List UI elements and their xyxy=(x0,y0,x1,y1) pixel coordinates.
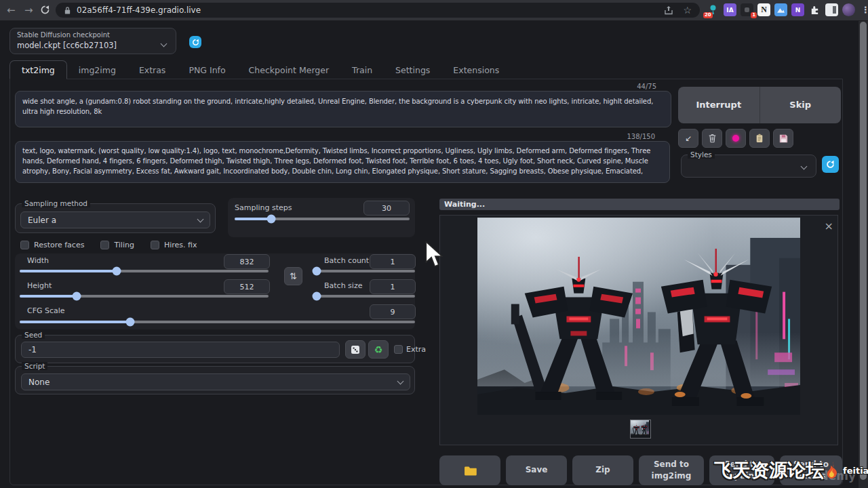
restore-faces-checkbox[interactable] xyxy=(20,241,29,249)
gallery-thumbnail[interactable] xyxy=(630,420,651,439)
script-value: None xyxy=(28,378,50,387)
negative-token-counter: 138/150 xyxy=(627,133,655,140)
sampling-steps-group: Sampling steps 30 xyxy=(228,198,415,237)
clear-prompt-button[interactable] xyxy=(702,129,722,148)
ext-camera-badge: 1 xyxy=(751,12,757,18)
styles-refresh-button[interactable] xyxy=(822,156,839,173)
apply-styles-button[interactable] xyxy=(749,129,770,148)
batch-size-label: Batch size xyxy=(324,281,362,290)
extra-networks-button[interactable] xyxy=(726,129,746,148)
open-folder-button[interactable] xyxy=(439,455,500,485)
paste-params-button[interactable]: ↙ xyxy=(678,129,698,148)
ext-onenote-icon[interactable]: N xyxy=(791,3,804,16)
forward-icon[interactable]: → xyxy=(24,3,33,18)
checkpoint-value: model.ckpt [cc6cb27103] xyxy=(17,41,117,50)
sampling-steps-input[interactable]: 30 xyxy=(363,201,410,216)
zip-button[interactable]: Zip xyxy=(572,455,633,485)
sampling-steps-label: Sampling steps xyxy=(235,203,292,212)
extensions-puzzle-icon[interactable] xyxy=(808,3,821,16)
ext-sidebar-icon[interactable] xyxy=(825,3,838,16)
styles-select[interactable] xyxy=(684,159,813,176)
back-icon[interactable]: ← xyxy=(7,3,16,18)
reuse-seed-button[interactable]: ♻ xyxy=(368,340,389,359)
settings-column: Sampling method Euler a Sampling steps 3… xyxy=(15,198,415,394)
width-input[interactable]: 832 xyxy=(224,254,270,269)
height-slider[interactable] xyxy=(20,295,269,298)
seed-group: Seed -1 ♻ Extra xyxy=(15,335,415,363)
page-scrollbar[interactable] xyxy=(859,20,868,488)
prompt-input[interactable]: wide shot angle, a (gundam:0.8) robot st… xyxy=(15,91,671,127)
ext-ia-icon[interactable]: IA xyxy=(724,3,736,16)
slider-knob[interactable] xyxy=(312,292,321,301)
slider-knob[interactable] xyxy=(312,267,321,276)
tab-img2img[interactable]: img2img xyxy=(67,60,127,79)
ext-screenshot-icon[interactable] xyxy=(774,3,787,16)
chevron-down-icon xyxy=(197,216,204,222)
slider-knob[interactable] xyxy=(73,292,81,301)
seed-extra-checkbox[interactable] xyxy=(394,345,403,354)
negative-prompt-input[interactable]: text, logo, watermark, (worst quality, l… xyxy=(15,141,670,183)
tab-png-info[interactable]: PNG Info xyxy=(177,60,237,79)
checkpoint-dropdown[interactable]: Stable Diffusion checkpoint model.ckpt [… xyxy=(9,28,176,54)
tab-checkpoint-merger[interactable]: Checkpoint Merger xyxy=(237,60,340,79)
cfg-scale-slider[interactable] xyxy=(20,321,415,323)
close-gallery-icon[interactable]: × xyxy=(825,221,833,232)
batch-count-input[interactable]: 1 xyxy=(370,254,416,269)
slider-knob[interactable] xyxy=(113,267,121,276)
hires-fix-label: Hires. fix xyxy=(164,241,197,249)
tab-train[interactable]: Train xyxy=(340,60,384,79)
skip-button[interactable]: Skip xyxy=(760,87,842,123)
tab-txt2img[interactable]: txt2img xyxy=(9,60,67,79)
trash-icon xyxy=(708,134,717,143)
browser-menu-icon[interactable]: ⋮ xyxy=(859,5,868,15)
script-select[interactable]: None xyxy=(21,373,410,390)
prompt-block: 44/75 wide shot angle, a (gundam:0.8) ro… xyxy=(15,83,671,130)
tiling-checkbox[interactable] xyxy=(100,241,109,249)
cfg-scale-input[interactable]: 9 xyxy=(370,304,416,319)
tab-extensions[interactable]: Extensions xyxy=(441,60,511,79)
send-to-img2img-button[interactable]: Send to img2img xyxy=(639,455,704,485)
swap-dimensions-button[interactable]: ⇅ xyxy=(284,267,302,285)
ext-pin-icon[interactable]: 20 xyxy=(707,3,719,16)
tab-extras[interactable]: Extras xyxy=(127,60,178,79)
mouse-cursor xyxy=(425,241,443,268)
interrupt-skip-row: Interrupt Skip xyxy=(678,87,841,123)
sampling-method-select[interactable]: Euler a xyxy=(20,211,210,228)
refresh-icon[interactable] xyxy=(40,5,50,18)
checkpoint-label: Stable Diffusion checkpoint xyxy=(17,31,110,39)
checkpoint-refresh-button[interactable] xyxy=(189,36,201,48)
chevron-down-icon xyxy=(397,378,404,384)
seed-input[interactable]: -1 xyxy=(21,342,340,358)
random-seed-button[interactable] xyxy=(345,340,366,359)
hires-fix-checkbox[interactable] xyxy=(151,241,159,249)
prompt-token-counter: 44/75 xyxy=(637,83,656,90)
width-slider[interactable] xyxy=(20,270,269,272)
bookmark-star-icon[interactable]: ☆ xyxy=(683,5,692,16)
profile-avatar[interactable] xyxy=(842,3,855,16)
address-bar[interactable]: 02a56ff4-71ff-439e.gradio.live ☆ xyxy=(56,3,700,18)
scrollbar-thumb[interactable] xyxy=(860,22,867,480)
batch-size-input[interactable]: 1 xyxy=(370,279,416,294)
height-input[interactable]: 512 xyxy=(224,279,270,294)
save-style-button[interactable] xyxy=(773,129,793,148)
save-button[interactable]: Save xyxy=(506,455,567,485)
gallery-frame: × xyxy=(439,215,838,445)
ext-notion-icon[interactable]: N xyxy=(757,3,770,16)
share-icon[interactable] xyxy=(664,5,673,15)
tab-settings[interactable]: Settings xyxy=(384,60,441,79)
batch-count-slider[interactable] xyxy=(313,270,415,272)
recycle-icon: ♻ xyxy=(374,344,383,355)
generate-panel: Interrupt Skip ↙ Styles xyxy=(678,85,841,148)
height-label: Height xyxy=(27,281,52,290)
output-panel: Waiting... × Save Zip Send to img2img Se… xyxy=(439,199,840,210)
sampling-steps-slider[interactable] xyxy=(235,218,410,220)
arrow-down-left-icon: ↙ xyxy=(685,134,692,143)
ext-pin-badge: 20 xyxy=(703,12,713,18)
seed-value: -1 xyxy=(28,345,37,354)
interrupt-button[interactable]: Interrupt xyxy=(678,87,760,123)
slider-knob[interactable] xyxy=(126,318,135,327)
slider-knob[interactable] xyxy=(267,215,276,224)
generated-image[interactable] xyxy=(477,218,800,415)
batch-size-slider[interactable] xyxy=(313,295,415,298)
ext-camera-icon[interactable]: 1 xyxy=(741,3,753,16)
